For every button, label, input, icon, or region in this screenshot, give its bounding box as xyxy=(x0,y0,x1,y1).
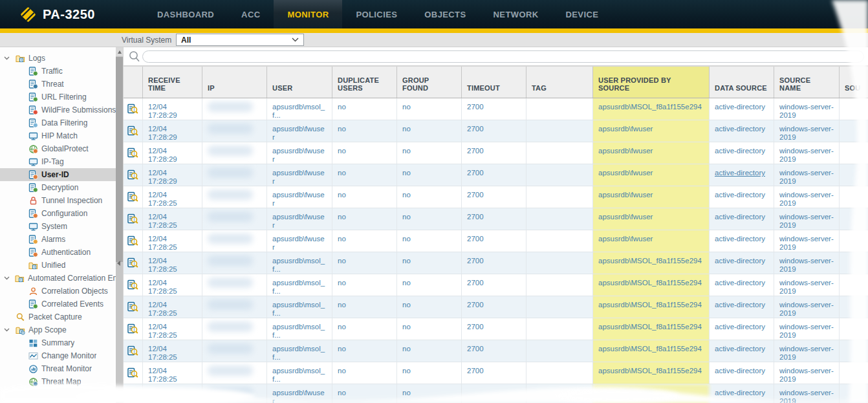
sidebar-item-alarms[interactable]: Alarms xyxy=(0,233,116,246)
log-query-input[interactable] xyxy=(142,50,864,63)
cell-data-source[interactable]: active-directory xyxy=(710,340,774,362)
sidebar-item-system[interactable]: System xyxy=(0,220,116,233)
sidebar-item-data-filtering[interactable]: Data Filtering xyxy=(0,116,116,129)
sidebar-item-unified[interactable]: Unified xyxy=(0,259,116,272)
cell-receive-time[interactable]: 12/04 17:28:25 xyxy=(143,186,202,208)
column-header-ip[interactable]: IP xyxy=(202,67,267,98)
log-detail-icon[interactable] xyxy=(124,252,143,274)
cell-receive-time[interactable]: 12/04 17:28:29 xyxy=(143,98,202,120)
sidebar-item-threat-monitor[interactable]: Threat Monitor xyxy=(0,362,116,375)
tree-expand-icon[interactable] xyxy=(4,276,10,280)
column-header-tag[interactable]: TAG xyxy=(526,67,593,98)
cell-data-source[interactable]: active-directory xyxy=(710,120,774,142)
cell-data-source[interactable]: active-directory xyxy=(710,296,774,318)
column-header-receive-time[interactable]: RECEIVE TIME xyxy=(143,67,202,98)
cell-receive-time[interactable]: 12/04 17:28:25 xyxy=(143,230,202,252)
cell-data-source[interactable]: active-directory xyxy=(710,98,774,120)
log-detail-icon[interactable] xyxy=(124,186,143,208)
cell-receive-time[interactable] xyxy=(143,384,202,403)
column-header-duplicate-users[interactable]: DUPLICATE USERS xyxy=(332,67,397,98)
cell-receive-time[interactable]: 12/04 17:28:29 xyxy=(143,142,202,164)
tab-objects[interactable]: OBJECTS xyxy=(411,0,479,28)
cell-receive-time[interactable]: 12/04 17:28:29 xyxy=(143,120,202,142)
log-detail-icon[interactable] xyxy=(124,120,143,142)
tab-dashboard[interactable]: DASHBOARD xyxy=(144,0,228,28)
cell-data-source[interactable]: active-directory xyxy=(710,362,774,384)
sidebar-item-tunnel-inspection[interactable]: Tunnel Inspection xyxy=(0,194,116,207)
sidebar-item-url-filtering[interactable]: URL Filtering xyxy=(0,91,116,103)
log-row[interactable]: 12/04 17:28:25apsusrdb\msol_f...nono2700… xyxy=(124,252,868,274)
log-row[interactable]: 12/04 17:28:25apsusrdb\msol_f...nono2700… xyxy=(124,340,868,362)
log-row[interactable]: 12/04 17:28:25apsusrdb\fwusernono2700aps… xyxy=(124,230,868,252)
log-row[interactable]: 12/04 17:28:29apsusrdb\msol_f...nono2700… xyxy=(124,98,868,120)
cell-data-source[interactable]: active-directory xyxy=(710,142,774,164)
log-row[interactable]: 12/04 17:28:25apsusrdb\fwusernono2700aps… xyxy=(124,186,868,208)
log-row[interactable]: 12/04 17:28:25apsusrdb\msol_f...nono2700… xyxy=(124,274,868,296)
cell-receive-time[interactable]: 12/04 17:28:25 xyxy=(143,252,202,274)
tree-expand-icon[interactable] xyxy=(4,56,10,60)
cell-receive-time[interactable]: 12/04 17:28:25 xyxy=(143,340,202,362)
log-row[interactable]: apsusrdb\fwusernonoapsusrdb\fwuseractive… xyxy=(124,384,868,403)
log-detail-icon[interactable] xyxy=(124,296,143,318)
log-detail-icon[interactable] xyxy=(124,208,143,230)
sidebar-item-packet-capture[interactable]: Packet Capture xyxy=(0,310,116,323)
scroll-up-button[interactable] xyxy=(116,47,123,56)
tab-policies[interactable]: POLICIES xyxy=(342,0,411,28)
log-row[interactable]: 12/04 17:28:25apsusrdb\fwusernono2700aps… xyxy=(124,208,868,230)
log-detail-icon[interactable] xyxy=(124,142,143,164)
column-header-data-source[interactable]: DATA SOURCE xyxy=(710,67,774,98)
cell-data-source[interactable]: active-directory xyxy=(710,384,774,403)
sidebar-item-threat-map[interactable]: Threat Map xyxy=(0,375,116,388)
cell-data-source[interactable]: active-directory xyxy=(710,208,774,230)
cell-data-source[interactable]: active-directory xyxy=(710,318,774,340)
cell-data-source[interactable]: active-directory xyxy=(710,274,774,296)
cell-receive-time[interactable]: 12/04 17:28:25 xyxy=(143,296,202,318)
sidebar-item-hip-match[interactable]: HIP Match xyxy=(0,129,116,142)
tab-monitor[interactable]: MONITOR xyxy=(274,0,342,28)
log-detail-icon[interactable] xyxy=(124,362,143,384)
cell-receive-time[interactable]: 12/04 17:28:29 xyxy=(143,164,202,186)
log-row[interactable]: 12/04 17:28:25apsusrdb\msol_f...nono2700… xyxy=(124,296,868,318)
log-row[interactable]: 12/04 17:28:25apsusrdb\msol_f...nono2700… xyxy=(124,362,868,384)
cell-receive-time[interactable]: 12/04 17:28:25 xyxy=(143,274,202,296)
cell-receive-time[interactable]: 12/04 17:28:25 xyxy=(143,318,202,340)
sidebar-item-user-id[interactable]: User-ID xyxy=(0,168,116,181)
cell-data-source[interactable]: active-directory xyxy=(710,164,774,186)
panel-collapse-icon[interactable] xyxy=(117,261,120,266)
column-header-user[interactable]: USER xyxy=(267,67,332,98)
log-detail-icon[interactable] xyxy=(124,340,143,362)
log-detail-icon[interactable] xyxy=(124,384,143,403)
sidebar-item-automated-correlation-engine[interactable]: Automated Correlation Engine xyxy=(0,272,116,285)
column-header-source-name[interactable]: SOURCE NAME xyxy=(774,67,840,98)
log-row[interactable]: 12/04 17:28:29apsusrdb\fwusernono2700aps… xyxy=(124,142,868,164)
scrollbar-thumb[interactable] xyxy=(116,57,123,262)
column-header-sou[interactable]: SOU xyxy=(840,67,868,98)
sidebar-item-correlation-objects[interactable]: Correlation Objects xyxy=(0,285,116,298)
sidebar-scrollbar[interactable] xyxy=(116,47,123,403)
column-header-group-found[interactable]: GROUP FOUND xyxy=(397,67,462,98)
sidebar-item-correlated-events[interactable]: Correlated Events xyxy=(0,298,116,310)
tree-expand-icon[interactable] xyxy=(4,328,10,332)
log-row[interactable]: 12/04 17:28:29apsusrdb\fwusernono2700aps… xyxy=(124,120,868,142)
tab-acc[interactable]: ACC xyxy=(228,0,274,28)
log-detail-icon[interactable] xyxy=(124,318,143,340)
log-row[interactable]: 12/04 17:28:25apsusrdb\msol_f...nono2700… xyxy=(124,318,868,340)
log-detail-icon[interactable] xyxy=(124,274,143,296)
sidebar-item-wildfire-submissions[interactable]: WildFire Submissions xyxy=(0,103,116,116)
sidebar-item-configuration[interactable]: Configuration xyxy=(0,207,116,220)
tab-device[interactable]: DEVICE xyxy=(552,0,613,28)
sidebar-item-threat[interactable]: Threat xyxy=(0,78,116,91)
sidebar-item-summary[interactable]: Summary xyxy=(0,336,116,349)
log-detail-icon[interactable] xyxy=(124,164,143,186)
log-detail-icon[interactable] xyxy=(124,230,143,252)
cell-receive-time[interactable]: 12/04 17:28:25 xyxy=(143,362,202,384)
sidebar-item-globalprotect[interactable]: GlobalProtect xyxy=(0,142,116,155)
sidebar-item-logs[interactable]: Logs xyxy=(0,52,116,65)
column-header-user-provided-by-source[interactable]: USER PROVIDED BY SOURCE xyxy=(593,67,710,98)
cell-data-source[interactable]: active-directory xyxy=(710,186,774,208)
log-detail-icon[interactable] xyxy=(124,98,143,120)
cell-data-source[interactable]: active-directory xyxy=(710,230,774,252)
virtual-system-select[interactable]: All xyxy=(176,34,304,46)
tab-network[interactable]: NETWORK xyxy=(480,0,552,28)
sidebar-item-authentication[interactable]: Authentication xyxy=(0,246,116,259)
